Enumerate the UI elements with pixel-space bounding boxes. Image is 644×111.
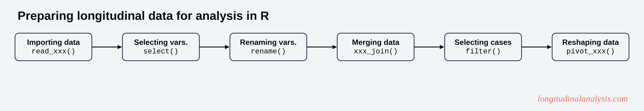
step-label: Renaming vars. [237, 38, 300, 47]
svg-marker-7 [440, 45, 444, 49]
step-selecting-cases: Selecting cases filter() [444, 33, 522, 61]
svg-marker-1 [118, 45, 122, 49]
step-importing-data: Importing data read_xxx() [15, 33, 92, 61]
step-function: xxx_join() [344, 47, 407, 56]
step-label: Importing data [22, 38, 84, 47]
step-label: Merging data [344, 38, 407, 47]
arrow-icon [307, 44, 337, 50]
arrow-icon [414, 44, 444, 50]
workflow-diagram: Importing data read_xxx() Selecting vars… [15, 33, 629, 61]
step-label: Selecting cases [452, 38, 514, 47]
step-function: pivot_xxx() [560, 47, 622, 56]
step-function: rename() [237, 47, 300, 56]
arrow-icon [522, 44, 552, 50]
svg-marker-3 [225, 45, 230, 49]
credit-text: longitudinalanalysis.com [538, 94, 628, 104]
step-renaming-vars: Renaming vars. rename() [230, 33, 307, 61]
arrow-icon [200, 44, 230, 50]
svg-marker-9 [547, 45, 552, 49]
step-selecting-vars: Selecting vars. select() [122, 33, 200, 61]
step-function: select() [130, 47, 192, 56]
step-label: Reshaping data [560, 38, 622, 47]
step-function: read_xxx() [22, 47, 84, 56]
step-merging-data: Merging data xxx_join() [337, 33, 414, 61]
svg-marker-5 [332, 45, 337, 49]
step-label: Selecting vars. [130, 38, 192, 47]
step-reshaping-data: Reshaping data pivot_xxx() [552, 33, 629, 61]
arrow-icon [92, 44, 122, 50]
page-title: Preparing longitudinal data for analysis… [18, 9, 629, 22]
step-function: filter() [452, 47, 514, 56]
